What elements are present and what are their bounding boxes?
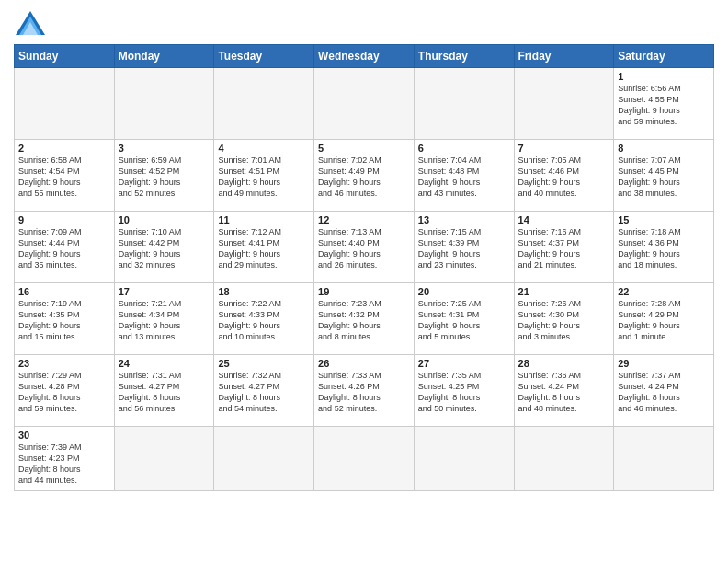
calendar-week-row: 9Sunrise: 7:09 AM Sunset: 4:44 PM Daylig… (15, 212, 714, 283)
day-number: 13 (418, 214, 510, 225)
calendar-cell (314, 427, 415, 491)
day-number: 12 (318, 214, 410, 225)
day-number: 23 (18, 358, 110, 369)
calendar-cell (414, 427, 514, 491)
day-number: 19 (318, 286, 410, 297)
day-info: Sunrise: 7:33 AM Sunset: 4:26 PM Dayligh… (318, 370, 410, 415)
calendar-cell (114, 68, 214, 140)
weekday-header-monday: Monday (114, 45, 214, 68)
calendar-cell: 13Sunrise: 7:15 AM Sunset: 4:39 PM Dayli… (414, 212, 514, 283)
day-info: Sunrise: 7:16 AM Sunset: 4:37 PM Dayligh… (518, 226, 610, 271)
day-number: 9 (18, 214, 110, 225)
calendar-cell: 2Sunrise: 6:58 AM Sunset: 4:54 PM Daylig… (15, 140, 115, 212)
day-number: 27 (418, 358, 510, 369)
calendar-cell: 27Sunrise: 7:35 AM Sunset: 4:25 PM Dayli… (414, 355, 514, 427)
day-info: Sunrise: 7:32 AM Sunset: 4:27 PM Dayligh… (218, 370, 310, 415)
day-info: Sunrise: 7:10 AM Sunset: 4:42 PM Dayligh… (119, 226, 210, 271)
calendar-cell: 4Sunrise: 7:01 AM Sunset: 4:51 PM Daylig… (214, 140, 314, 212)
calendar-cell: 24Sunrise: 7:31 AM Sunset: 4:27 PM Dayli… (114, 355, 214, 427)
calendar-cell: 3Sunrise: 6:59 AM Sunset: 4:52 PM Daylig… (114, 140, 214, 212)
day-info: Sunrise: 7:01 AM Sunset: 4:51 PM Dayligh… (218, 155, 310, 200)
calendar-cell (114, 427, 214, 491)
calendar-week-row: 2Sunrise: 6:58 AM Sunset: 4:54 PM Daylig… (15, 140, 714, 212)
day-number: 25 (218, 358, 310, 369)
day-number: 4 (218, 143, 310, 154)
day-number: 21 (518, 286, 610, 297)
page: SundayMondayTuesdayWednesdayThursdayFrid… (0, 0, 728, 563)
day-number: 24 (119, 358, 210, 369)
calendar-cell: 11Sunrise: 7:12 AM Sunset: 4:41 PM Dayli… (214, 212, 314, 283)
calendar-cell: 21Sunrise: 7:26 AM Sunset: 4:30 PM Dayli… (514, 283, 614, 355)
day-number: 8 (618, 143, 710, 154)
calendar-cell: 17Sunrise: 7:21 AM Sunset: 4:34 PM Dayli… (114, 283, 214, 355)
weekday-header-tuesday: Tuesday (214, 45, 314, 68)
day-number: 10 (119, 214, 210, 225)
day-info: Sunrise: 7:05 AM Sunset: 4:46 PM Dayligh… (518, 155, 610, 200)
calendar-cell (514, 68, 614, 140)
calendar-week-row: 30Sunrise: 7:39 AM Sunset: 4:23 PM Dayli… (15, 427, 714, 491)
calendar-cell (514, 427, 614, 491)
day-info: Sunrise: 7:13 AM Sunset: 4:40 PM Dayligh… (318, 226, 410, 271)
day-number: 7 (518, 143, 610, 154)
day-info: Sunrise: 7:28 AM Sunset: 4:29 PM Dayligh… (618, 298, 710, 343)
calendar-cell (314, 68, 415, 140)
day-number: 18 (218, 286, 310, 297)
calendar-cell (414, 68, 514, 140)
day-info: Sunrise: 7:02 AM Sunset: 4:49 PM Dayligh… (318, 155, 410, 200)
day-number: 3 (119, 143, 210, 154)
day-number: 17 (119, 286, 210, 297)
calendar-cell (214, 427, 314, 491)
day-number: 14 (518, 214, 610, 225)
calendar-cell: 18Sunrise: 7:22 AM Sunset: 4:33 PM Dayli… (214, 283, 314, 355)
day-info: Sunrise: 7:04 AM Sunset: 4:48 PM Dayligh… (418, 155, 510, 200)
weekday-header-sunday: Sunday (15, 45, 115, 68)
calendar-cell: 29Sunrise: 7:37 AM Sunset: 4:24 PM Dayli… (614, 355, 714, 427)
day-number: 5 (318, 143, 410, 154)
day-info: Sunrise: 7:19 AM Sunset: 4:35 PM Dayligh… (18, 298, 110, 343)
calendar-cell (214, 68, 314, 140)
calendar-cell: 9Sunrise: 7:09 AM Sunset: 4:44 PM Daylig… (15, 212, 115, 283)
day-number: 2 (18, 143, 110, 154)
calendar-cell: 25Sunrise: 7:32 AM Sunset: 4:27 PM Dayli… (214, 355, 314, 427)
day-info: Sunrise: 7:35 AM Sunset: 4:25 PM Dayligh… (418, 370, 510, 415)
calendar-cell (15, 68, 115, 140)
calendar-cell: 7Sunrise: 7:05 AM Sunset: 4:46 PM Daylig… (514, 140, 614, 212)
day-number: 22 (618, 286, 710, 297)
weekday-header-row: SundayMondayTuesdayWednesdayThursdayFrid… (15, 45, 714, 68)
calendar-cell: 26Sunrise: 7:33 AM Sunset: 4:26 PM Dayli… (314, 355, 415, 427)
day-info: Sunrise: 6:59 AM Sunset: 4:52 PM Dayligh… (119, 155, 210, 200)
day-info: Sunrise: 7:26 AM Sunset: 4:30 PM Dayligh… (518, 298, 610, 343)
day-number: 20 (418, 286, 510, 297)
calendar-cell: 8Sunrise: 7:07 AM Sunset: 4:45 PM Daylig… (614, 140, 714, 212)
generalblue-logo-icon (14, 9, 47, 37)
day-info: Sunrise: 7:15 AM Sunset: 4:39 PM Dayligh… (418, 226, 510, 271)
calendar-cell: 28Sunrise: 7:36 AM Sunset: 4:24 PM Dayli… (514, 355, 614, 427)
calendar-week-row: 23Sunrise: 7:29 AM Sunset: 4:28 PM Dayli… (15, 355, 714, 427)
day-number: 11 (218, 214, 310, 225)
calendar-cell: 5Sunrise: 7:02 AM Sunset: 4:49 PM Daylig… (314, 140, 415, 212)
calendar-cell: 14Sunrise: 7:16 AM Sunset: 4:37 PM Dayli… (514, 212, 614, 283)
weekday-header-thursday: Thursday (414, 45, 514, 68)
day-info: Sunrise: 6:56 AM Sunset: 4:55 PM Dayligh… (618, 83, 710, 128)
day-number: 28 (518, 358, 610, 369)
day-number: 29 (618, 358, 710, 369)
logo (14, 9, 51, 37)
calendar-week-row: 1Sunrise: 6:56 AM Sunset: 4:55 PM Daylig… (15, 68, 714, 140)
day-info: Sunrise: 7:25 AM Sunset: 4:31 PM Dayligh… (418, 298, 510, 343)
weekday-header-wednesday: Wednesday (314, 45, 415, 68)
calendar-cell: 20Sunrise: 7:25 AM Sunset: 4:31 PM Dayli… (414, 283, 514, 355)
day-number: 15 (618, 214, 710, 225)
day-info: Sunrise: 7:12 AM Sunset: 4:41 PM Dayligh… (218, 226, 310, 271)
calendar-cell: 1Sunrise: 6:56 AM Sunset: 4:55 PM Daylig… (614, 68, 714, 140)
day-info: Sunrise: 7:23 AM Sunset: 4:32 PM Dayligh… (318, 298, 410, 343)
calendar-cell: 23Sunrise: 7:29 AM Sunset: 4:28 PM Dayli… (15, 355, 115, 427)
calendar-cell: 30Sunrise: 7:39 AM Sunset: 4:23 PM Dayli… (15, 427, 115, 491)
calendar-table: SundayMondayTuesdayWednesdayThursdayFrid… (14, 44, 714, 491)
day-info: Sunrise: 7:22 AM Sunset: 4:33 PM Dayligh… (218, 298, 310, 343)
day-number: 16 (18, 286, 110, 297)
calendar-cell: 15Sunrise: 7:18 AM Sunset: 4:36 PM Dayli… (614, 212, 714, 283)
calendar-week-row: 16Sunrise: 7:19 AM Sunset: 4:35 PM Dayli… (15, 283, 714, 355)
calendar-cell: 10Sunrise: 7:10 AM Sunset: 4:42 PM Dayli… (114, 212, 214, 283)
calendar-cell: 22Sunrise: 7:28 AM Sunset: 4:29 PM Dayli… (614, 283, 714, 355)
calendar-cell (614, 427, 714, 491)
